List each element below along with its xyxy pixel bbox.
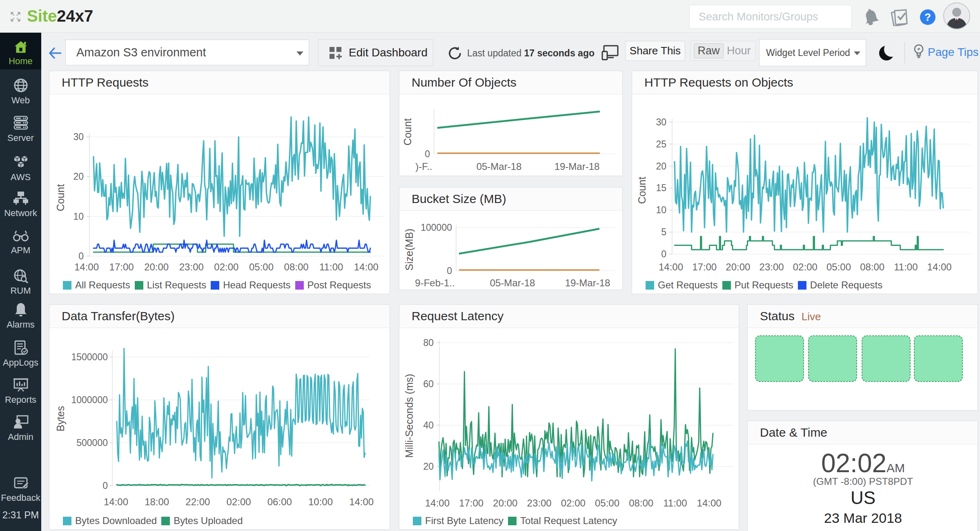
svg-text:14:00: 14:00 [349,496,374,507]
svg-text:11:00: 11:00 [894,261,918,272]
svg-text:100000: 100000 [421,222,452,233]
svg-text:30: 30 [73,132,84,142]
svg-text:5: 5 [661,227,666,237]
svg-text:10: 10 [73,211,84,222]
svg-text:20:00: 20:00 [144,261,169,272]
svg-text:30: 30 [656,117,666,127]
svg-text:19-Mar-18: 19-Mar-18 [555,161,600,172]
svg-text:17:00: 17:00 [692,261,717,272]
svg-text:05:00: 05:00 [826,261,851,272]
svg-text:14:00: 14:00 [74,261,99,272]
svg-text:Milli-Seconds (ms): Milli-Seconds (ms) [403,374,415,458]
svg-text:10:00: 10:00 [308,496,333,507]
svg-text:11:00: 11:00 [663,498,687,509]
svg-text:0: 0 [447,266,452,276]
svg-text:20: 20 [656,161,666,172]
svg-text:02:00: 02:00 [793,261,817,272]
svg-text:Size(MB): Size(MB) [403,229,415,271]
svg-text:9-Feb-1..: 9-Feb-1.. [415,277,454,288]
svg-text:05-Mar-18: 05-Mar-18 [477,161,522,172]
svg-text:06:00: 06:00 [267,496,292,507]
svg-text:11:00: 11:00 [319,261,343,272]
svg-text:14:00: 14:00 [104,496,128,507]
svg-text:18:00: 18:00 [145,496,169,507]
svg-text:20: 20 [73,171,84,182]
svg-text:80: 80 [423,337,434,348]
svg-text:08:00: 08:00 [860,261,884,272]
svg-text:60: 60 [423,379,434,389]
svg-text:14:00: 14:00 [354,261,379,272]
svg-text:02:00: 02:00 [214,261,238,272]
svg-text:40: 40 [423,420,434,431]
svg-text:Count: Count [402,118,413,146]
svg-text:20:00: 20:00 [493,498,517,509]
svg-text:02:00: 02:00 [561,498,586,509]
svg-text:Bytes: Bytes [55,406,66,432]
svg-text:20:00: 20:00 [726,261,750,272]
svg-text:15: 15 [656,183,666,193]
svg-text:05:00: 05:00 [249,261,274,272]
svg-text:05-Mar-18: 05-Mar-18 [490,277,535,288]
svg-text:0: 0 [102,480,108,491]
svg-text:17:00: 17:00 [459,498,483,509]
svg-text:22:00: 22:00 [185,496,210,507]
svg-text:Count: Count [55,184,66,212]
svg-text:08:00: 08:00 [284,261,309,272]
svg-text:23:00: 23:00 [760,261,784,272]
svg-text:14:00: 14:00 [425,498,450,509]
svg-text:1500000: 1500000 [71,352,108,362]
svg-text:14:00: 14:00 [659,261,683,272]
svg-text:17:00: 17:00 [109,261,134,272]
svg-text:10: 10 [656,205,666,215]
svg-text:08:00: 08:00 [629,498,653,509]
svg-text:20: 20 [423,461,434,472]
svg-text:02:00: 02:00 [227,496,251,507]
svg-text:0: 0 [78,251,84,261]
svg-text:14:00: 14:00 [927,261,952,272]
svg-text:?: ? [924,11,931,23]
svg-text:23:00: 23:00 [527,498,552,509]
svg-text:25: 25 [656,139,666,149]
svg-text:)-F..: )-F.. [415,161,432,172]
svg-text:1000000: 1000000 [71,395,108,405]
svg-text:14:00: 14:00 [697,498,722,509]
svg-text:500000: 500000 [76,437,108,448]
svg-text:05:00: 05:00 [595,498,619,509]
svg-text:Count: Count [636,177,648,204]
svg-text:19-Mar-18: 19-Mar-18 [565,277,610,288]
svg-text:0: 0 [661,249,666,259]
svg-text:0: 0 [425,149,430,159]
svg-text:23:00: 23:00 [179,261,204,272]
